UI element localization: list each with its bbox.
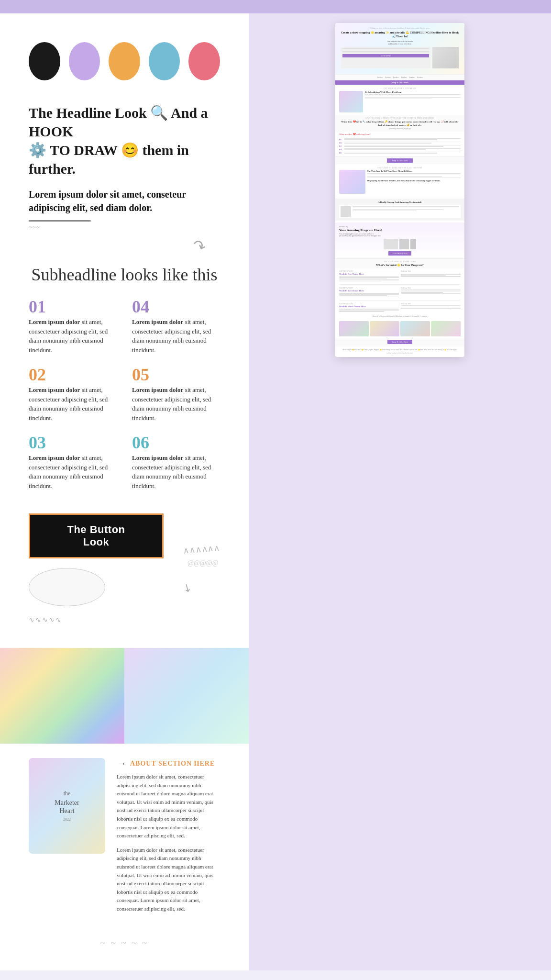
mini-offer-stack-btn[interactable]: Jump To Offer Stack <box>335 156 464 164</box>
mini-agitate-text-4 <box>344 148 461 151</box>
mini-final-img-2 <box>370 321 399 336</box>
cta-button[interactable]: The Button Look <box>29 513 164 558</box>
list-item-03: 03 Lorem ipsum dolor sit amet, consectet… <box>29 434 117 490</box>
mini-included-header: LET'S GET DOWN TO BRASS TACKS What's Inc… <box>335 258 464 268</box>
mini-let-get-down: LET'S GET DOWN TO BRASS TACKS <box>339 261 461 263</box>
mini-problem-header: GET YOUR READER'S ATTENTION <box>339 88 461 89</box>
mini-testimonial-img <box>341 206 351 217</box>
about-label: ABOUT SECTION HERE <box>130 760 215 768</box>
swirl-doodle: @@@@@ <box>187 559 220 567</box>
gradient-boxes <box>0 648 249 744</box>
mini-agitate-num-2: 02 <box>339 142 343 144</box>
mini-form-line-2 <box>342 50 429 51</box>
mini-top-text: Telling you how to choose between headli… <box>339 27 461 29</box>
button-section: The Button Look ∿∿∿∿∿ ∧∧∧∧∧∧ @@@@@ ↘ <box>29 513 220 624</box>
mini-logos-bar: Forbes Forbes Forbes Forbes Forbes Forbe… <box>335 75 464 80</box>
mini-device-3 <box>410 239 416 249</box>
mini-mod2-l3 <box>339 295 387 296</box>
mini-module-2-col2: Walk Away With: <box>401 287 461 298</box>
mini-form-area: GO TO STEP #2 <box>341 47 459 68</box>
mini-final-cta[interactable]: Jump To Offer Deck <box>335 338 464 347</box>
mini-hero-sub: One sentence that sells the resultsand b… <box>339 40 461 45</box>
mini-agitate-text-1 <box>344 138 461 141</box>
list-number-06: 06 <box>132 434 220 451</box>
mini-a2-line1 <box>344 142 461 143</box>
mini-modules-section: SAVE THE [AP] LOVE Module One Name Here … <box>335 268 464 319</box>
mini-use-area-label: USE IT JUST TO MAKE THEM REALIZE THE POI… <box>339 167 461 169</box>
mini-agitate-item-1: 01 <box>339 138 461 141</box>
mini-problem-line-4 <box>365 99 432 100</box>
mini-module-row-1: SAVE THE [AP] LOVE Module One Name Here … <box>339 270 461 285</box>
arrow-doodle: ↘ <box>180 580 194 595</box>
mini-mod1-c2-l2 <box>401 274 461 275</box>
mini-agitate-num-4: 04 <box>339 148 343 151</box>
mini-a3-line1 <box>344 145 461 146</box>
mini-a1-line1 <box>344 138 461 139</box>
list-item-01: 01 Lorem ipsum dolor sit amet, consectet… <box>29 298 117 355</box>
mini-mod2-c2-l3 <box>401 292 443 293</box>
mini-mod1-l2 <box>339 277 399 278</box>
tilde-decoration: ~~~ <box>29 223 220 231</box>
mini-mod1-title: Module One Name Here <box>339 273 399 275</box>
mini-program-cta[interactable]: YES I'M BETTER! <box>339 251 461 256</box>
mini-mod1-c2-l4 <box>401 276 461 277</box>
mini-logo-6: Forbes <box>417 76 423 78</box>
mini-mod3-label: SAVE THE [AP] LOVE <box>339 303 399 305</box>
about-section: the MarketerHeart 2022 → ABOUT SECTION H… <box>0 744 249 928</box>
mini-jump-text: Jump To Offer Stack <box>391 81 408 84</box>
mini-show-off-text: Show off all the possible benefits. Help… <box>339 315 461 317</box>
mini-mod2-l2 <box>339 294 399 295</box>
mini-problem-line-1 <box>365 94 461 95</box>
list-number-02: 02 <box>29 366 117 383</box>
swatch-teal <box>149 42 180 80</box>
mini-a3-line2 <box>344 146 443 147</box>
mini-testimonial-text <box>353 206 459 217</box>
mini-form-box: GO TO STEP #2 <box>341 47 430 68</box>
mini-a5-line1 <box>344 152 461 153</box>
mini-final-cta-text: Jump To Offer Deck <box>387 340 413 344</box>
mini-agitate-item-4: 04 <box>339 148 461 151</box>
mini-mod2-c2-l2 <box>401 291 461 292</box>
about-paragraph-1: Lorem ipsum dolor sit amet, consectetuer… <box>117 773 220 840</box>
mini-final-images <box>335 319 464 338</box>
mini-a4-line1 <box>344 148 461 149</box>
mini-mod3-l3 <box>339 311 384 312</box>
mini-go-button[interactable]: GO TO STEP #2 <box>342 54 429 57</box>
mini-use-area-text: Use This Area To Tell Your Story About I… <box>367 170 461 194</box>
gradient-box-1 <box>0 648 124 744</box>
mini-testi-line-4 <box>353 211 417 212</box>
mini-whats-included: What's Included 🌟 In Your Program? <box>339 263 461 267</box>
mini-hero: Telling you how to choose between headli… <box>335 23 464 75</box>
mini-testimonial-section: A Really Strong And Amazing Testimonial: <box>335 199 464 221</box>
mini-mod1-c2-l3 <box>401 275 446 276</box>
mini-mod2-l1 <box>339 293 399 294</box>
mini-mod2-l4 <box>339 297 399 298</box>
mini-agitate-item-2: 02 <box>339 142 461 144</box>
swatch-pink <box>188 42 220 80</box>
mini-logo-1: Forbes <box>377 76 383 78</box>
mini-module-1-col1: SAVE THE [AP] LOVE Module One Name Here <box>339 270 399 282</box>
list-text-03: Lorem ipsum dolor sit amet, consectetuer… <box>29 453 117 490</box>
mini-footer-note: (without having to do the thing that the… <box>339 352 461 354</box>
mini-device-icons <box>339 239 461 249</box>
mini-use-line-4 <box>367 178 461 178</box>
mini-mod3-col2-label: Walk Away With: <box>401 303 461 305</box>
mini-bottom-copy: Show off just 🌟 how much 🌟 easier, light… <box>339 349 461 351</box>
mini-mod1-l1 <box>339 276 399 277</box>
mini-mod2-title: Module Two Name Here <box>339 290 399 292</box>
top-bar <box>0 0 551 13</box>
subheadline: Subheadline looks like this <box>29 265 220 285</box>
bottom-doodle-lines: ~ ~ ~ ~ ~ <box>29 937 220 948</box>
mini-mod3-l2 <box>339 310 399 311</box>
mini-problem-line-2 <box>365 96 461 97</box>
about-text: → ABOUT SECTION HERE Lorem ipsum dolor s… <box>117 758 220 913</box>
mini-mod2-label: SAVE THE [AP] LOVE <box>339 287 399 289</box>
mini-final-img-4 <box>431 321 461 336</box>
mini-jump-button-bar[interactable]: Jump To Offer Stack <box>335 80 464 85</box>
mini-logo-4: Forbes <box>401 76 407 78</box>
about-arrow-icon: → <box>117 758 126 769</box>
mini-a2-line2 <box>344 143 431 144</box>
mini-testi-line-3 <box>353 209 443 210</box>
mini-program-intro: Introducing <box>339 225 461 228</box>
mini-module-row-2: SAVE THE [AP] LOVE Module Two Name Here … <box>339 287 461 301</box>
